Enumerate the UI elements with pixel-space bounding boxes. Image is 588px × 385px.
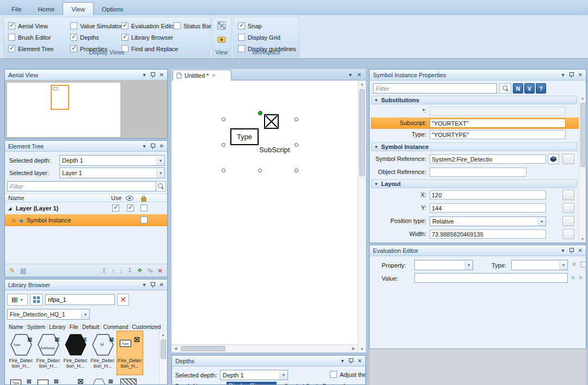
sort-tab-customized[interactable]: Customized (131, 324, 163, 331)
expand-icon[interactable]: ◢ (8, 206, 11, 211)
library-item[interactable]: H ⊠ Fire_Detection_H... (90, 331, 115, 375)
library-item[interactable]: Type ⊠ Fire_Detection_H... (8, 331, 34, 375)
filter-input[interactable] (7, 181, 156, 191)
chevron-down-icon[interactable]: ▾ (143, 72, 146, 78)
cb-value-simulator[interactable]: Value Simulator (70, 22, 121, 29)
display-size-header[interactable]: Display Size (226, 382, 277, 385)
chevron-down-icon[interactable]: ▾ (562, 248, 565, 253)
library-source-dropdown[interactable]: ▼ (7, 294, 28, 306)
canvas-vertical-scrollbar[interactable]: ▲ ▼ (358, 80, 366, 352)
width-field[interactable]: 73.9885820469135 (430, 229, 546, 239)
checkbox-box[interactable] (121, 22, 128, 29)
selected-layer-dropdown[interactable]: Layer 1▼ (59, 167, 165, 178)
sort-tab-default[interactable]: Default (81, 324, 102, 331)
scrollbar-thumb[interactable] (359, 89, 365, 176)
tree-row-symbol-instance[interactable]: ▷ ◆ Symbol Instance (5, 214, 167, 226)
symbol-reference-field[interactable]: System2:Fire_Detectio (430, 154, 546, 164)
scroll-down-icon[interactable]: ▼ (579, 235, 586, 243)
library-item[interactable] (117, 376, 143, 385)
y-field[interactable]: 144 (430, 203, 546, 213)
cb-aerial-view[interactable]: Aerial View (8, 22, 70, 29)
object-reference-field[interactable] (430, 167, 526, 177)
close-icon[interactable]: ✕ (358, 358, 362, 364)
subscript-field[interactable]: "YOURTEXT" (430, 119, 566, 128)
browse-button[interactable] (562, 229, 574, 239)
scroll-up-icon[interactable]: ▲ (160, 331, 167, 338)
checkbox-box[interactable] (174, 22, 181, 29)
scroll-up-icon[interactable]: ▲ (579, 95, 586, 102)
selected-depth-dropdown[interactable]: Depth 1▼ (220, 370, 288, 380)
close-icon[interactable]: ✕ (578, 248, 583, 253)
back-arrow-icon[interactable]: « (571, 274, 575, 281)
clear-icon[interactable]: ✕ (572, 261, 577, 268)
section-layout[interactable]: ▼ Layout (371, 179, 577, 188)
use-checkbox[interactable] (112, 204, 119, 212)
search-button[interactable] (156, 181, 166, 191)
filter-names-button[interactable]: N (513, 83, 523, 94)
checkbox-box[interactable] (70, 34, 77, 41)
depth-name-header[interactable]: Depth Name (175, 383, 209, 385)
position-type-dropdown[interactable]: Relative▼ (430, 216, 546, 226)
property-dropdown[interactable]: ▼ (414, 260, 473, 270)
symbol-picker-button[interactable] (548, 154, 559, 164)
pin-icon[interactable] (150, 143, 155, 149)
appearance-button[interactable] (215, 33, 229, 46)
browse-button[interactable] (562, 216, 574, 226)
cb-evaluation-editor[interactable]: Evaluation Editor (121, 22, 174, 29)
cb-snap[interactable]: Snap (238, 22, 296, 29)
x-field[interactable]: 120 (430, 190, 546, 200)
chevron-down-icon[interactable]: ▾ (562, 72, 565, 78)
pin-icon[interactable] (348, 358, 353, 364)
tab-home[interactable]: Home (30, 3, 63, 15)
close-icon[interactable]: ✕ (160, 144, 164, 149)
properties-filter-input[interactable] (373, 83, 497, 94)
move-top-icon[interactable]: ↥ (101, 267, 106, 274)
forward-arrow-icon[interactable]: » (579, 274, 583, 281)
sort-tab-library[interactable]: Library (47, 324, 68, 331)
checkbox-box[interactable] (8, 34, 15, 41)
visible-checkbox[interactable] (127, 204, 134, 212)
sync-icon[interactable]: ↹ (148, 267, 152, 274)
symbol-subscript-label[interactable]: SubScript (259, 146, 290, 154)
type-dropdown[interactable]: ▼ (511, 260, 568, 270)
close-icon[interactable]: ✕ (160, 282, 164, 288)
name-column-header[interactable]: Name (8, 195, 24, 201)
checkbox-box[interactable] (70, 22, 77, 29)
checkbox-box[interactable] (330, 371, 337, 378)
anchor-point[interactable] (258, 111, 262, 115)
canvas-horizontal-scrollbar[interactable]: ◀ ▶ (171, 344, 358, 352)
sort-tab-file[interactable]: File (68, 324, 81, 331)
close-icon[interactable]: ✕ (357, 72, 362, 78)
library-collection-dropdown[interactable]: Fire_Detection_HQ_1▼ (7, 309, 90, 320)
section-symbol-instance[interactable]: ▼ Symbol Instance (371, 142, 577, 151)
properties-scrollbar[interactable]: ▲ ▼ (579, 95, 586, 243)
sort-tab-name[interactable]: Name (7, 324, 26, 331)
pin-icon[interactable] (150, 72, 155, 78)
selection-handle[interactable] (295, 143, 298, 147)
sort-tab-command[interactable]: Command (101, 324, 130, 331)
selected-depth-dropdown[interactable]: Depth 1▼ (59, 155, 165, 166)
cb-brush-editor[interactable]: Brush Editor (8, 34, 70, 41)
lock-checkbox[interactable] (140, 204, 148, 212)
move-up-icon[interactable]: ↑ (112, 268, 115, 274)
scrollbar-thumb[interactable] (580, 103, 585, 167)
selection-handle[interactable] (258, 169, 262, 172)
tab-view[interactable]: View (63, 2, 94, 15)
cb-adjust[interactable]: Adjust the (330, 371, 366, 378)
close-icon[interactable]: ✕ (212, 73, 216, 78)
library-item[interactable]: ⊠ Fire_Detection_H... (63, 331, 88, 375)
star-field[interactable] (430, 107, 566, 116)
close-icon[interactable]: ✕ (578, 72, 583, 78)
visibility-column-header[interactable] (126, 195, 133, 202)
symbol-xbox[interactable] (264, 114, 279, 129)
selection-handle[interactable] (222, 117, 225, 121)
scroll-up-icon[interactable]: ▲ (358, 80, 366, 88)
brush-icon[interactable]: ✎ (9, 266, 15, 275)
page-icon[interactable]: ▤ (20, 267, 26, 275)
filter-values-button[interactable]: V (524, 83, 535, 94)
chevron-down-icon[interactable]: ▾ (143, 144, 146, 149)
chevron-down-icon[interactable]: ▾ (341, 358, 344, 364)
grid-settings-button[interactable] (215, 19, 229, 32)
library-item[interactable]: Type ⊠ (8, 376, 34, 385)
checkbox-box[interactable] (8, 22, 15, 29)
